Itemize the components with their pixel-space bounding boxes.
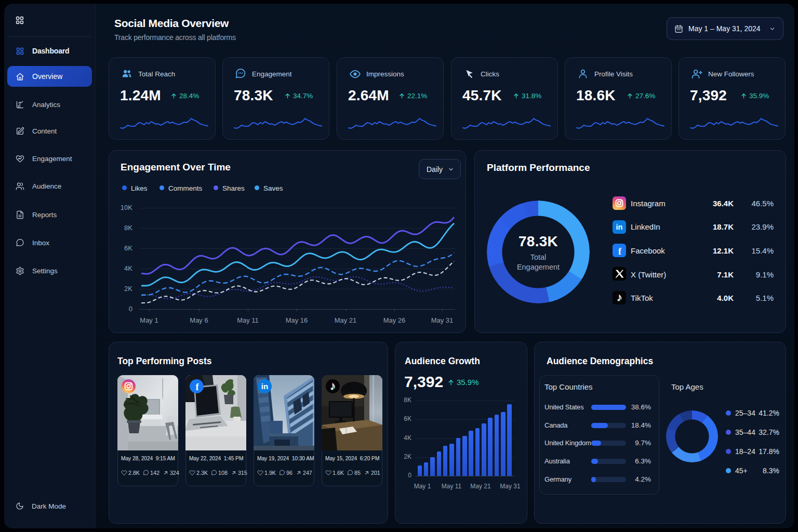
svg-text:f: f [618,246,622,257]
svg-text:in: in [261,382,268,391]
svg-text:in: in [616,223,623,231]
svg-text:f: f [196,381,200,392]
svg-text:♪: ♪ [330,379,336,392]
svg-text:♪: ♪ [617,291,622,303]
